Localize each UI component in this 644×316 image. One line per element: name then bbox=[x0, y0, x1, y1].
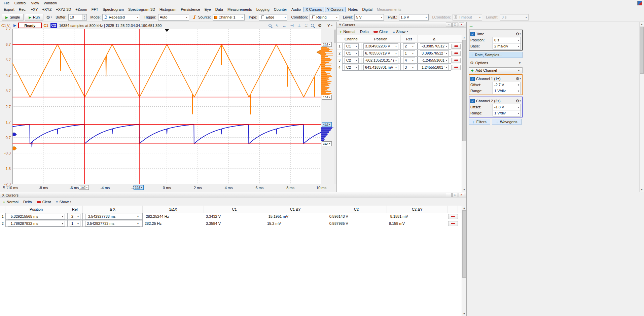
view-tab--xy[interactable]: +XY bbox=[29, 7, 39, 12]
view-tab--xyz[interactable]: +XYZ bbox=[41, 7, 53, 12]
view-tab-digital[interactable]: Digital bbox=[360, 7, 374, 12]
mode-select[interactable]: Repeated▾ bbox=[102, 14, 140, 21]
scroll-down-icon[interactable]: ▼ bbox=[462, 187, 466, 192]
scrollbar-thumb[interactable] bbox=[640, 27, 644, 74]
delta-select[interactable]: 3.398576512 V▾ bbox=[420, 50, 449, 56]
y-cursors-titlebar[interactable]: Y Cursors – □ × bbox=[337, 22, 466, 28]
scroll-down-icon[interactable]: ▼ bbox=[462, 312, 466, 316]
remove-cursor-button[interactable] bbox=[449, 221, 457, 226]
ref-select[interactable]: 4▾ bbox=[403, 58, 415, 63]
view-tab-histogram[interactable]: Histogram bbox=[158, 7, 178, 12]
x-cursors-scrollbar[interactable]: ▲ ▼ bbox=[462, 206, 466, 316]
position-select[interactable]: 3.304982206 V▾ bbox=[363, 43, 398, 49]
channel1-settings-icon[interactable]: ⚙▾ bbox=[516, 76, 521, 81]
add-normal-cursor-button[interactable]: +Normal bbox=[339, 30, 355, 34]
position-select[interactable]: 643.4163701 mV▾ bbox=[363, 65, 398, 70]
wavegens-button[interactable]: ↓Wavegens bbox=[492, 119, 522, 125]
x-cursors-titlebar[interactable]: X Cursors – □ × bbox=[0, 192, 466, 198]
hysteresis-select[interactable]: 1.6 V▾ bbox=[399, 14, 429, 21]
fit-width-icon[interactable]: ↔ bbox=[282, 24, 286, 28]
view-tab--xyz-3d[interactable]: +XYZ 3D bbox=[54, 7, 73, 12]
float-icon[interactable]: □ bbox=[452, 23, 458, 27]
x-cursor-marker[interactable]: 1Δ2▾ bbox=[79, 185, 89, 190]
close-icon[interactable]: × bbox=[459, 23, 464, 27]
view-tab-y-cursors[interactable]: Y Cursors bbox=[325, 7, 346, 12]
add-delta-cursor-button[interactable]: Delta bbox=[360, 30, 369, 34]
collapse-panel-icon[interactable]: → bbox=[469, 23, 473, 28]
type-select[interactable]: Edge▾ bbox=[259, 14, 287, 21]
scope-plot[interactable] bbox=[12, 29, 321, 184]
minimize-icon[interactable]: – bbox=[446, 23, 452, 27]
show-menu-button[interactable]: ≡Show▾ bbox=[393, 30, 408, 34]
float-icon[interactable]: □ bbox=[452, 193, 458, 197]
ref-select[interactable]: 1▾ bbox=[403, 50, 415, 56]
delta-select[interactable]: -1.2455516014 V▾ bbox=[420, 58, 449, 63]
remove-cursor-button[interactable] bbox=[452, 51, 461, 56]
ref-select[interactable]: 2▾ bbox=[70, 214, 80, 219]
close-icon[interactable]: × bbox=[459, 193, 464, 197]
time-base-select[interactable]: 2 ms/div▾ bbox=[493, 43, 521, 49]
menu-control[interactable]: Control bbox=[12, 1, 29, 5]
view-tab-fft[interactable]: FFT bbox=[90, 7, 100, 12]
measure-vertical-icon[interactable]: ⊥ bbox=[297, 24, 301, 28]
ref-select[interactable]: 1▾ bbox=[70, 221, 80, 226]
view-tab-audio[interactable]: Audio bbox=[290, 7, 302, 12]
channel1-offset-select[interactable]: -2.7 V▾ bbox=[493, 82, 521, 88]
y-cursor-marker[interactable]: 3Δ4▾ bbox=[322, 141, 332, 146]
view-tab-x-cursors[interactable]: X Cursors bbox=[303, 7, 324, 12]
channel-select[interactable]: C2▾ bbox=[345, 65, 359, 70]
magnify-icon[interactable] bbox=[311, 24, 314, 27]
view-tab--zoom[interactable]: +Zoom bbox=[74, 7, 89, 12]
y-cursor-marker[interactable]: 2Δ1▾ bbox=[322, 42, 332, 47]
add-channel-button[interactable]: +Add Channel▼ bbox=[469, 67, 523, 73]
scope-settings-icon[interactable]: ⚙▾ bbox=[46, 15, 52, 20]
channel2-checkbox[interactable]: ✓ bbox=[470, 99, 475, 103]
pointer-mode-icon[interactable]: ↖ bbox=[275, 24, 279, 28]
measure-horizontal-icon[interactable]: ⊣ bbox=[290, 24, 293, 28]
clear-cursors-button[interactable]: Clear bbox=[373, 30, 388, 34]
run-button[interactable]: ▶Run bbox=[25, 14, 43, 21]
scrollbar-thumb[interactable] bbox=[462, 210, 466, 278]
spinner-arrows-icon[interactable]: ▴▾ bbox=[82, 14, 86, 20]
condition-select[interactable]: Rising▾ bbox=[310, 14, 339, 21]
remove-cursor-button[interactable] bbox=[452, 65, 461, 70]
c1-chip[interactable]: C1 bbox=[44, 24, 48, 28]
add-normal-cursor-button[interactable]: +Normal bbox=[3, 200, 19, 204]
view-tab-export[interactable]: Export bbox=[2, 7, 16, 12]
view-tab-measurements[interactable]: Measurements bbox=[226, 7, 254, 12]
channel1-range-select[interactable]: 1 V/div▾ bbox=[493, 88, 521, 94]
c2-chip[interactable]: C2 bbox=[50, 23, 57, 28]
menu-file[interactable]: File bbox=[1, 1, 12, 5]
time-checkbox[interactable]: ✓ bbox=[470, 32, 475, 36]
zoom-in-icon[interactable] bbox=[269, 24, 272, 27]
buffer-spinner[interactable]: 10 ▴▾ bbox=[68, 14, 87, 21]
options-select[interactable]: ⚙Options▼ bbox=[469, 60, 523, 66]
view-tab-spectrogram-3d[interactable]: Spectrogram 3D bbox=[127, 7, 157, 12]
delta-x-select[interactable]: 3.542927733 ms▾ bbox=[85, 221, 140, 226]
filters-button[interactable]: ↓Filters bbox=[469, 119, 490, 125]
sidebar-scrollbar[interactable]: ▲ ▼ bbox=[639, 22, 644, 192]
menu-window[interactable]: Window bbox=[41, 1, 59, 5]
view-tab-data[interactable]: Data bbox=[214, 7, 225, 12]
remove-cursor-button[interactable] bbox=[449, 214, 457, 219]
delta-select[interactable]: -3.3985765125 V▾ bbox=[420, 43, 449, 49]
remove-cursor-button[interactable] bbox=[452, 44, 461, 49]
scroll-up-icon[interactable]: ▲ bbox=[462, 206, 466, 210]
scroll-up-icon[interactable]: ▲ bbox=[462, 35, 466, 40]
channel2-range-select[interactable]: 1 V/div▾ bbox=[493, 110, 521, 116]
view-tab-counter[interactable]: Counter bbox=[272, 7, 289, 12]
time-position-select[interactable]: 0 s▾ bbox=[493, 37, 521, 43]
position-select[interactable]: -1.786287832 ms▾ bbox=[8, 221, 65, 226]
channel-select[interactable]: C2▾ bbox=[345, 58, 359, 63]
view-tab-logging[interactable]: Logging bbox=[255, 7, 271, 12]
clear-cursors-button[interactable]: Clear bbox=[37, 200, 51, 204]
rate-samples-button[interactable]: ↓Rate, Samples... bbox=[469, 52, 523, 58]
view-tab-persistence[interactable]: Persistence bbox=[179, 7, 202, 12]
ref-select[interactable]: 2▾ bbox=[403, 43, 415, 49]
view-tab-spectrogram[interactable]: Spectrogram bbox=[101, 7, 126, 12]
add-delta-cursor-button[interactable]: Delta bbox=[23, 200, 32, 204]
delta-x-select[interactable]: -3.542927733 ms▾ bbox=[85, 214, 140, 219]
menu-view[interactable]: View bbox=[29, 1, 41, 5]
x-cursor-marker[interactable]: 2Δ1▾ bbox=[134, 185, 144, 190]
ref-select[interactable]: 3▾ bbox=[403, 65, 415, 70]
